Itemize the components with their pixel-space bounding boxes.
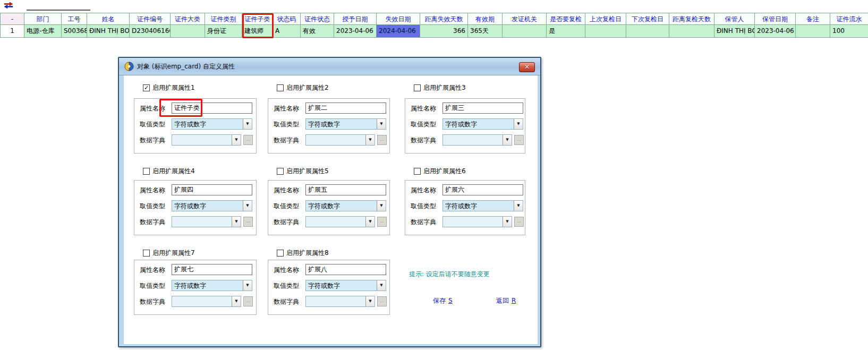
chevron-down-icon[interactable]: ▼ xyxy=(365,217,375,227)
table-cell[interactable]: 365天 xyxy=(468,25,503,38)
column-header[interactable]: 姓名 xyxy=(87,13,130,25)
table-cell[interactable]: D2304061662 xyxy=(130,25,171,38)
chevron-down-icon[interactable]: ▼ xyxy=(503,217,512,227)
column-header[interactable]: 授予日期 xyxy=(334,13,377,25)
data-dictionary-select[interactable]: ▼ xyxy=(305,216,375,227)
column-header[interactable]: 证件编号 xyxy=(130,13,171,25)
checkbox-extended-property-3[interactable] xyxy=(414,84,421,91)
browse-dots-button[interactable]: .. xyxy=(377,135,387,145)
checkbox-extended-property-7[interactable] xyxy=(143,250,150,257)
value-type-select[interactable]: 字符或数字▼ xyxy=(172,280,252,291)
checkbox-extended-property-1[interactable]: ✓ xyxy=(143,84,150,91)
table-cell[interactable]: 100 xyxy=(830,25,868,38)
column-header[interactable]: 保管人 xyxy=(714,13,755,25)
table-cell[interactable]: 身份证 xyxy=(205,25,242,38)
attribute-name-input[interactable]: 扩展六 xyxy=(442,184,523,195)
column-header[interactable]: 下次复检日 xyxy=(626,13,669,25)
column-header[interactable]: 证件子类 xyxy=(242,13,273,25)
data-dictionary-select[interactable]: ▼ xyxy=(172,296,241,307)
data-dictionary-select[interactable]: ▼ xyxy=(172,134,241,146)
browse-dots-button[interactable]: .. xyxy=(243,296,253,306)
attribute-name-input[interactable]: 扩展七 xyxy=(172,264,252,275)
column-header[interactable]: 证件流水 xyxy=(830,13,868,25)
value-type-select[interactable]: 字符或数字▼ xyxy=(442,200,523,211)
column-header[interactable]: 有效期 xyxy=(468,13,503,25)
data-dictionary-select[interactable]: ▼ xyxy=(305,134,375,146)
attribute-name-input[interactable]: 扩展二 xyxy=(305,103,386,114)
chevron-down-icon[interactable]: ▼ xyxy=(514,201,523,211)
table-cell[interactable] xyxy=(171,25,205,38)
attribute-name-input[interactable]: 证件子类 xyxy=(172,103,252,114)
table-cell[interactable]: 366 xyxy=(420,25,468,38)
table-cell[interactable]: 电源-仓库 xyxy=(24,25,62,38)
chevron-down-icon[interactable]: ▼ xyxy=(514,119,523,129)
column-header[interactable]: 工号 xyxy=(62,13,87,25)
attribute-name-input[interactable]: 扩展三 xyxy=(442,103,523,114)
column-header[interactable]: 是否要复检 xyxy=(547,13,585,25)
column-header[interactable]: 保管日期 xyxy=(755,13,796,25)
chevron-down-icon[interactable]: ▼ xyxy=(377,201,386,211)
column-header[interactable]: 证件状态 xyxy=(301,13,334,25)
table-cell[interactable]: ĐINH THỊ BON xyxy=(87,25,130,38)
table-cell[interactable]: 有效 xyxy=(301,25,334,38)
table-cell[interactable]: 建筑师 xyxy=(242,25,273,38)
table-cell[interactable] xyxy=(669,25,714,38)
column-header[interactable]: 上次复检日 xyxy=(585,13,626,25)
column-header[interactable]: 距离失效天数 xyxy=(420,13,468,25)
browse-dots-button[interactable]: .. xyxy=(514,135,524,145)
table-cell[interactable]: A xyxy=(273,25,301,38)
value-type-select[interactable]: 字符或数字▼ xyxy=(305,280,386,291)
save-button[interactable]: 保存S xyxy=(433,296,453,305)
chevron-down-icon[interactable]: ▼ xyxy=(365,296,375,306)
chevron-down-icon[interactable]: ▼ xyxy=(243,280,252,291)
attribute-name-input[interactable]: 扩展五 xyxy=(305,184,386,195)
value-type-select[interactable]: 字符或数字▼ xyxy=(172,118,252,130)
chevron-down-icon[interactable]: ▼ xyxy=(503,135,512,145)
browse-dots-button[interactable]: .. xyxy=(514,217,524,227)
chevron-down-icon[interactable]: ▼ xyxy=(243,119,252,129)
column-header[interactable]: 备注 xyxy=(796,13,830,25)
table-cell[interactable] xyxy=(796,25,830,38)
dialog-titlebar[interactable]: 对象 (标识emp_card) 自定义属性 ✕ xyxy=(119,58,540,75)
browse-dots-button[interactable]: .. xyxy=(243,135,253,145)
table-cell[interactable]: 2023-04-06 xyxy=(334,25,377,38)
value-type-select[interactable]: 字符或数字▼ xyxy=(305,200,386,211)
value-type-select[interactable]: 字符或数字▼ xyxy=(442,118,523,130)
checkbox-extended-property-5[interactable] xyxy=(277,168,284,175)
chevron-down-icon[interactable]: ▼ xyxy=(232,135,241,145)
column-header[interactable]: 证件大类 xyxy=(171,13,205,25)
chevron-down-icon[interactable]: ▼ xyxy=(365,135,375,145)
browse-dots-button[interactable]: .. xyxy=(377,296,387,306)
return-button[interactable]: 返回R xyxy=(496,296,516,305)
checkbox-extended-property-4[interactable] xyxy=(143,168,150,175)
value-type-select[interactable]: 字符或数字▼ xyxy=(172,200,252,211)
chevron-down-icon[interactable]: ▼ xyxy=(377,280,386,291)
data-dictionary-select[interactable]: ▼ xyxy=(442,134,512,146)
table-cell[interactable] xyxy=(503,25,547,38)
data-dictionary-select[interactable]: ▼ xyxy=(442,216,512,227)
table-cell[interactable]: 是 xyxy=(547,25,585,38)
checkbox-extended-property-8[interactable] xyxy=(277,250,284,257)
checkbox-extended-property-2[interactable] xyxy=(277,84,284,91)
table-cell[interactable]: 2024-04-06 xyxy=(377,25,420,38)
column-header[interactable]: 发证机关 xyxy=(503,13,547,25)
close-button[interactable]: ✕ xyxy=(519,62,535,72)
chevron-down-icon[interactable]: ▼ xyxy=(232,296,241,306)
chevron-down-icon[interactable]: ▼ xyxy=(377,119,386,129)
table-cell[interactable]: ĐINH THỊ BON xyxy=(714,25,755,38)
table-cell[interactable]: 2023-04-06 xyxy=(755,25,796,38)
browse-dots-button[interactable]: .. xyxy=(243,217,253,227)
chevron-down-icon[interactable]: ▼ xyxy=(232,217,241,227)
column-header[interactable]: 状态码 xyxy=(273,13,301,25)
table-cell[interactable] xyxy=(626,25,669,38)
value-type-select[interactable]: 字符或数字▼ xyxy=(305,118,386,130)
column-header[interactable]: 距离复检天数 xyxy=(669,13,714,25)
column-header[interactable]: - xyxy=(1,13,24,25)
browse-dots-button[interactable]: .. xyxy=(377,217,387,227)
table-cell[interactable]: 1 xyxy=(1,25,24,38)
table-cell[interactable] xyxy=(585,25,626,38)
column-header[interactable]: 证件类别 xyxy=(205,13,242,25)
data-dictionary-select[interactable]: ▼ xyxy=(305,296,375,307)
data-dictionary-select[interactable]: ▼ xyxy=(172,216,241,227)
column-header[interactable]: 部门 xyxy=(24,13,62,25)
